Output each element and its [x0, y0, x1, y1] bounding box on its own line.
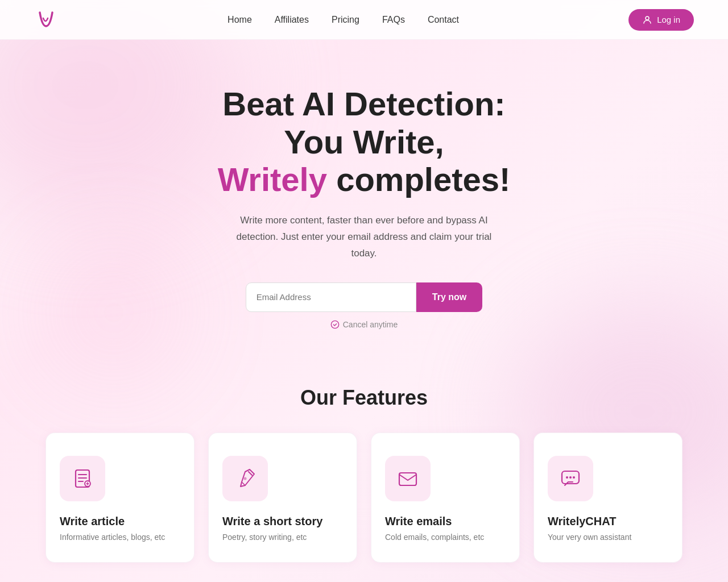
- svg-point-12: [573, 476, 575, 479]
- nav-item-faqs[interactable]: FAQs: [382, 15, 405, 25]
- nav-link-home[interactable]: Home: [228, 15, 252, 24]
- svg-point-11: [569, 476, 572, 479]
- feature-desc-chat: Your very own assistant: [548, 533, 631, 542]
- chat-icon-wrap: [548, 456, 593, 501]
- cancel-anytime: Cancel anytime: [11, 320, 717, 329]
- nav-link-pricing[interactable]: Pricing: [332, 15, 359, 24]
- hero-title-brand: Writely: [218, 161, 327, 198]
- svg-point-7: [244, 477, 247, 480]
- try-now-button[interactable]: Try now: [416, 282, 482, 312]
- hero-title-line1: Beat AI Detection:: [222, 85, 505, 122]
- feature-name-emails: Write emails: [385, 515, 452, 528]
- nav-link-affiliates[interactable]: Affiliates: [275, 15, 309, 24]
- login-button[interactable]: Log in: [628, 9, 694, 31]
- svg-rect-8: [399, 473, 416, 485]
- feature-card-write-article: Write article Informative articles, blog…: [46, 433, 195, 563]
- user-icon: [642, 15, 652, 25]
- email-form: Try now: [11, 282, 717, 312]
- chat-icon: [559, 467, 582, 490]
- article-icon: [71, 467, 94, 490]
- nav-link-contact[interactable]: Contact: [428, 15, 459, 24]
- feature-card-write-story: Write a short story Poetry, story writin…: [208, 433, 357, 563]
- features-section: Our Features Write article Informative a…: [0, 363, 728, 582]
- nav-item-home[interactable]: Home: [228, 15, 252, 25]
- pen-icon: [234, 467, 257, 490]
- svg-point-1: [331, 321, 338, 328]
- features-title: Our Features: [34, 386, 694, 410]
- feature-desc-article: Informative articles, blogs, etc: [60, 533, 165, 542]
- hero-title-line2: You Write,: [284, 123, 444, 160]
- nav-item-contact[interactable]: Contact: [428, 15, 459, 25]
- svg-point-0: [646, 16, 649, 20]
- article-icon-wrap: [60, 456, 105, 501]
- hero-subtitle: Write more content, faster than ever bef…: [228, 213, 500, 262]
- feature-name-chat: WritelyCHAT: [548, 515, 616, 528]
- check-circle-icon: [330, 320, 340, 329]
- feature-card-write-emails: Write emails Cold emails, complaints, et…: [371, 433, 520, 563]
- navbar: Home Affiliates Pricing FAQs Contact Log…: [0, 0, 728, 40]
- feature-desc-story: Poetry, story writing, etc: [222, 533, 307, 542]
- email-input[interactable]: [246, 282, 416, 312]
- features-grid: Write article Informative articles, blog…: [46, 433, 682, 563]
- email-icon: [396, 467, 419, 490]
- pen-icon-wrap: [222, 456, 268, 501]
- hero-title-line3: completes!: [336, 161, 510, 198]
- nav-link-faqs[interactable]: FAQs: [382, 15, 405, 24]
- logo-icon: [34, 8, 58, 32]
- nav-item-pricing[interactable]: Pricing: [332, 15, 359, 25]
- feature-name-story: Write a short story: [222, 515, 322, 528]
- hero-title: Beat AI Detection: You Write, Writely co…: [11, 85, 717, 199]
- svg-point-10: [566, 476, 568, 479]
- feature-name-article: Write article: [60, 515, 125, 528]
- hero-section: Beat AI Detection: You Write, Writely co…: [0, 40, 728, 363]
- feature-desc-emails: Cold emails, complaints, etc: [385, 533, 484, 542]
- feature-card-chat: WritelyCHAT Your very own assistant: [533, 433, 682, 563]
- email-icon-wrap: [385, 456, 431, 501]
- logo[interactable]: [34, 8, 58, 32]
- nav-item-affiliates[interactable]: Affiliates: [275, 15, 309, 25]
- nav-links: Home Affiliates Pricing FAQs Contact: [228, 15, 459, 25]
